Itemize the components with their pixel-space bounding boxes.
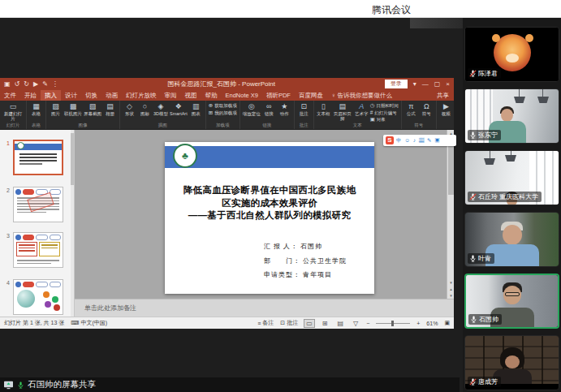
table-button[interactable]: ▦ 表格: [29, 103, 43, 116]
header-footer-button[interactable]: ▤ 页眉和页脚: [332, 103, 353, 121]
undo-icon[interactable]: ↺: [15, 81, 20, 88]
restore-icon[interactable]: ▢: [434, 80, 441, 88]
tab-help[interactable]: 帮助: [201, 90, 222, 101]
screenshot-button[interactable]: ▧ 屏幕截图: [84, 103, 101, 116]
chart-button[interactable]: ▥ 图表: [189, 103, 203, 116]
slide-1[interactable]: ♣ 降低高血压诊断界值在中国西北多民族地 区实施的成本效果评价 ——基于西北自然…: [165, 142, 374, 294]
tell-me-search[interactable]: ♀ 告诉我你想要做什么: [327, 92, 396, 100]
mic-muted-icon: [469, 378, 477, 386]
zoom-out-icon[interactable]: −: [366, 321, 369, 326]
slide-title: 降低高血压诊断界值在中国西北多民族地 区实施的成本效果评价 ——基于西北自然人群…: [171, 184, 368, 222]
my-addins-button[interactable]: ⊞ 我的加载项: [209, 110, 237, 116]
next-slide-icon[interactable]: ▾: [447, 292, 455, 299]
scroll-down-icon[interactable]: ▾: [447, 279, 455, 286]
video-button[interactable]: ▶ 视频: [439, 103, 453, 116]
canvas-scrollbar[interactable]: ▴ ▾ ▴ ▾: [447, 130, 454, 299]
new-slide-button[interactable]: ▭ 新建幻灯片: [2, 103, 24, 121]
notes-pane[interactable]: 单击此处添加备注: [75, 299, 454, 317]
notes-toggle-button[interactable]: ≡ 备注: [257, 319, 274, 327]
slide-info-block: 汇 报 人： 石国帅 部 门： 公共卫生学院 申请类型： 青年项目: [264, 239, 347, 282]
comment-button[interactable]: ⊡ 批注: [297, 103, 311, 116]
fit-to-window-icon[interactable]: ▣: [444, 320, 450, 326]
online-picture-icon: ▩: [70, 103, 77, 110]
screen-share-icon: [3, 381, 14, 390]
zoom-slider[interactable]: [376, 323, 410, 324]
tab-file[interactable]: 文件: [0, 90, 20, 101]
thumbnail-slide-2[interactable]: [13, 187, 63, 222]
minimize-icon[interactable]: —: [422, 80, 429, 88]
3d-models-button[interactable]: ◈ 3D模型: [153, 103, 168, 116]
redo-icon[interactable]: ↻: [24, 81, 29, 88]
link-button[interactable]: ∞ 链接: [262, 103, 276, 116]
thumbnail-number: 1: [0, 140, 10, 175]
tab-home[interactable]: 开始: [20, 90, 41, 101]
tab-review[interactable]: 审阅: [161, 90, 181, 101]
tab-baidu-netdisk[interactable]: 百度网盘: [295, 90, 327, 101]
participant-tile-chenzejun[interactable]: 陈泽君: [464, 27, 559, 82]
slideshow-view-icon[interactable]: ▽: [352, 320, 360, 327]
sogou-input-toolbar[interactable]: S 中 ☺ ♪ ▦ ✎ ▣: [383, 135, 456, 146]
language-indicator[interactable]: ⌨ 中文(中国): [71, 319, 107, 327]
participant-tile-zhangdongning[interactable]: 张东宁: [464, 88, 559, 144]
picture-button[interactable]: ▨ 图片: [49, 103, 63, 116]
action-button[interactable]: ★ 动作: [278, 103, 291, 116]
ribbon-group-addins: ⊕ 获取加载项 ⊞ 我的加载项 加载项: [206, 101, 240, 129]
scrollbar-thumb[interactable]: [448, 138, 454, 195]
reading-view-icon[interactable]: ▤: [335, 320, 345, 327]
participant-name-badge: 张东宁: [468, 130, 501, 140]
comments-toggle-button[interactable]: ⊡ 批注: [280, 319, 298, 327]
icons-button[interactable]: ○ 图标: [138, 103, 152, 116]
ribbon-display-options-icon[interactable]: ▾: [413, 80, 416, 88]
pen-mode-icon[interactable]: ✎: [42, 81, 48, 88]
tell-me-label: 告诉我你想要做什么: [338, 92, 393, 100]
thumbnail-slide-1[interactable]: [13, 140, 63, 175]
slide-thumbnail-panel: 1 2 3: [0, 130, 75, 317]
tab-endnote[interactable]: EndNote X9: [222, 90, 262, 101]
screen-share-banner[interactable]: 石国帅的屏幕共享: [0, 377, 460, 392]
online-picture-button[interactable]: ▩ 联机图片: [64, 103, 82, 116]
normal-view-icon[interactable]: ▭: [304, 320, 314, 327]
thumbnail-scrollbar[interactable]: [71, 130, 74, 317]
ribbon-group-symbols: π 公式 Ω 符号 符号: [402, 101, 437, 129]
zoom-nav-button[interactable]: ◎ 缩放定位: [243, 103, 261, 116]
participant-tile-shiguoshuai-active-speaker[interactable]: 石国帅: [464, 274, 559, 329]
participant-tile-shiqiuling[interactable]: 石丘玲 重庆医科大学: [464, 150, 559, 205]
thumbnail-slide-3[interactable]: [13, 232, 63, 268]
thumbnail-number: 4: [0, 279, 10, 315]
zoom-slider-thumb[interactable]: [391, 321, 394, 326]
close-icon[interactable]: ×: [446, 80, 450, 88]
object-button[interactable]: ▣ 对象: [370, 117, 399, 123]
mic-muted-icon: [469, 193, 477, 200]
thumbnail-number: 3: [0, 232, 10, 268]
equation-button[interactable]: π 公式: [404, 103, 418, 116]
shapes-button[interactable]: ◇ 形状: [123, 103, 136, 116]
thumbnail-slide-4[interactable]: [13, 279, 63, 315]
glasses-shape: [505, 292, 520, 296]
get-addins-button[interactable]: ⊕ 获取加载项: [209, 103, 237, 109]
participant-tile-yeqing[interactable]: 叶青: [464, 212, 559, 267]
text-box-button[interactable]: ▯ 文本框: [317, 103, 330, 116]
zoom-level[interactable]: 61%: [426, 321, 438, 326]
slide-sorter-view-icon[interactable]: ⊞: [321, 320, 330, 327]
datetime-button[interactable]: ◷ 日期和时间: [370, 103, 399, 109]
photo-album-button[interactable]: ▤ 相册: [103, 103, 117, 116]
tab-insert[interactable]: 插入: [41, 90, 61, 101]
tab-slideshow[interactable]: 幻灯片放映: [122, 90, 161, 101]
smartart-button[interactable]: ❖ SmartArt: [170, 103, 188, 116]
login-button[interactable]: 登录: [385, 80, 408, 88]
symbol-button[interactable]: Ω 符号: [420, 103, 434, 116]
tab-view[interactable]: 视图: [181, 90, 201, 101]
zoom-in-icon[interactable]: +: [416, 321, 420, 326]
participant-tile-tangchengfang[interactable]: 唐成芳: [464, 335, 559, 390]
tab-foxit-pdf[interactable]: 福昕PDF: [262, 90, 295, 101]
start-slideshow-icon[interactable]: ▶: [33, 81, 38, 88]
wordart-button[interactable]: A 艺术字: [355, 103, 369, 116]
qat-more-icon[interactable]: ⋮: [52, 81, 58, 88]
share-button[interactable]: 共享: [429, 92, 454, 100]
save-icon[interactable]: ▣: [4, 81, 11, 88]
slide-number-button[interactable]: # 幻灯片编号: [370, 110, 399, 116]
tab-design[interactable]: 设计: [61, 90, 81, 101]
tab-transitions[interactable]: 切换: [81, 90, 101, 101]
previous-slide-icon[interactable]: ▴: [447, 286, 455, 292]
tab-animations[interactable]: 动画: [101, 90, 122, 101]
